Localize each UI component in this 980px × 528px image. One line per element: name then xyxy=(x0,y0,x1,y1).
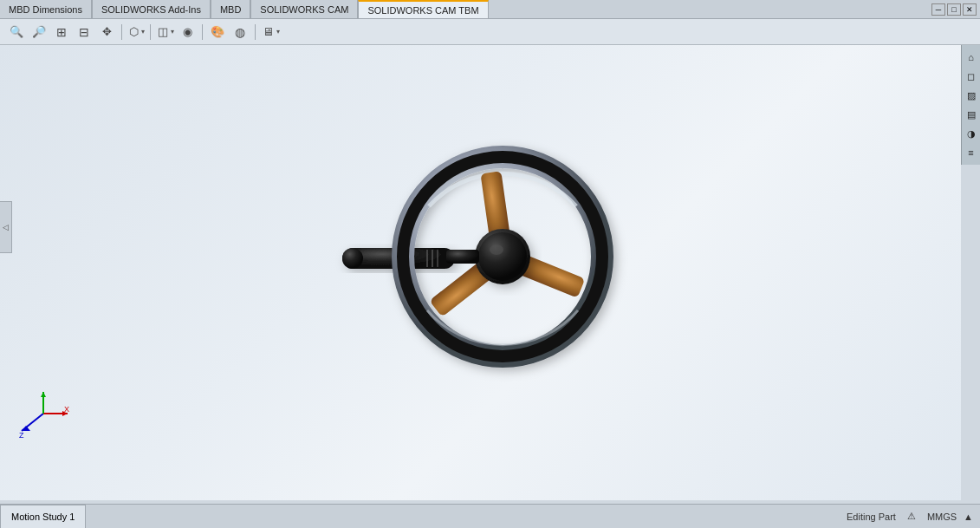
toolbar-sep-2 xyxy=(150,24,151,40)
warning-icon[interactable]: ⚠ xyxy=(903,508,920,525)
units-arrow[interactable]: ▲ xyxy=(964,512,973,522)
steering-wheel-model xyxy=(334,119,628,398)
sidebar-measure-icon[interactable]: ▤ xyxy=(963,106,980,123)
status-bar: Motion Study 1 Editing Part ⚠ MMGS ▲ xyxy=(0,504,980,528)
toolbar-sep-1 xyxy=(121,24,122,40)
zoom-area-button[interactable]: ⊞ xyxy=(52,23,71,42)
svg-point-12 xyxy=(490,244,503,254)
toolbar: 🔍 🔎 ⊞ ⊟ ✥ ⬡ ▾ ◫ ▾ ◉ 🎨 ◍ 🖥 ▾ xyxy=(0,19,980,45)
pan-button[interactable]: ✥ xyxy=(97,23,116,42)
section-dropdown[interactable]: ◫ ▾ xyxy=(156,23,174,42)
left-panel[interactable]: ◁ xyxy=(0,201,12,253)
window-controls: ─ □ ✕ xyxy=(931,3,980,16)
tab-mbd[interactable]: MBD xyxy=(211,0,250,18)
color2-button[interactable]: ◍ xyxy=(230,23,250,42)
tab-solidworks-cam[interactable]: SOLIDWORKS CAM xyxy=(250,0,358,18)
view-icon: ⬡ xyxy=(127,23,140,42)
section-dropdown-arrow: ▾ xyxy=(171,28,174,36)
sidebar-chart-icon[interactable]: ◑ xyxy=(963,125,980,142)
color-button[interactable]: 🎨 xyxy=(208,23,227,42)
right-sidebar: ⌂ ◻ ▨ ▤ ◑ ≡ xyxy=(961,45,980,165)
coordinate-axes: Z X xyxy=(17,388,69,440)
zoom-out-button[interactable]: ⊟ xyxy=(75,23,94,42)
zoom-in-button[interactable]: 🔎 xyxy=(29,23,49,42)
zoom-to-fit-button[interactable]: 🔍 xyxy=(7,23,26,42)
svg-marker-21 xyxy=(22,426,30,431)
sidebar-view3d-icon[interactable]: ◻ xyxy=(963,68,980,85)
display-dropdown-arrow: ▾ xyxy=(276,28,280,36)
units-label: MMGS xyxy=(927,512,957,522)
tab-mbd-dimensions[interactable]: MBD Dimensions xyxy=(0,0,92,18)
editing-status: Editing Part xyxy=(847,512,896,522)
motion-study-tab[interactable]: Motion Study 1 xyxy=(0,505,86,528)
svg-point-4 xyxy=(342,247,363,268)
svg-rect-13 xyxy=(446,249,479,263)
tab-solidworks-addins[interactable]: SOLIDWORKS Add-Ins xyxy=(92,0,211,18)
sidebar-notes-icon[interactable]: ≡ xyxy=(963,144,980,161)
view-dropdown[interactable]: ⬡ ▾ xyxy=(127,23,145,42)
toolbar-sep-4 xyxy=(255,24,256,40)
view-dropdown-arrow: ▾ xyxy=(141,28,145,36)
sidebar-section-icon[interactable]: ▨ xyxy=(963,87,980,104)
display-icon: 🖥 xyxy=(261,23,276,42)
restore-button[interactable]: □ xyxy=(947,3,961,16)
appearance-button[interactable]: ◉ xyxy=(178,23,197,42)
display-dropdown[interactable]: 🖥 ▾ xyxy=(261,23,280,42)
svg-point-11 xyxy=(478,231,527,280)
sidebar-home-icon[interactable]: ⌂ xyxy=(963,49,980,66)
toolbar-sep-3 xyxy=(202,24,203,40)
status-right: Editing Part ⚠ MMGS ▲ xyxy=(847,508,980,525)
minimize-button[interactable]: ─ xyxy=(931,3,945,16)
svg-text:Z: Z xyxy=(19,431,24,440)
svg-marker-20 xyxy=(41,392,46,397)
close-button[interactable]: ✕ xyxy=(963,3,977,16)
tab-solidworks-cam-tbm[interactable]: SOLIDWORKS CAM TBM xyxy=(358,0,488,18)
viewport[interactable]: ◁ xyxy=(0,45,961,500)
tab-bar: MBD Dimensions SOLIDWORKS Add-Ins MBD SO… xyxy=(0,0,980,19)
section-icon: ◫ xyxy=(156,23,170,42)
